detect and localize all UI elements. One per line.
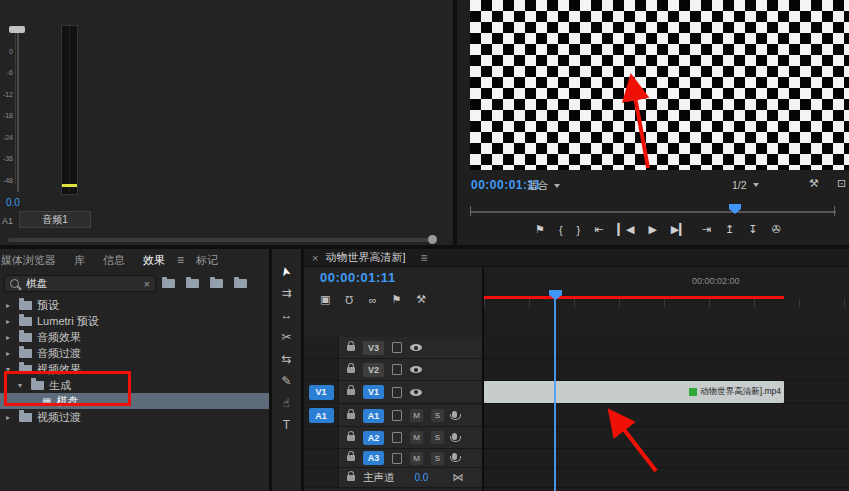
- mark-out-button[interactable]: }: [577, 224, 581, 236]
- lock-icon[interactable]: [347, 345, 355, 351]
- mute-button[interactable]: M: [410, 431, 423, 444]
- sync-lock-icon[interactable]: [392, 410, 402, 421]
- eye-icon[interactable]: [410, 366, 422, 373]
- track-content[interactable]: [484, 468, 849, 488]
- zoom-level-select[interactable]: 适合: [527, 179, 560, 193]
- pen-tool[interactable]: ✎: [281, 375, 291, 388]
- tree-item-video-transitions[interactable]: ▸ 视频过渡: [0, 409, 269, 425]
- tree-item-presets[interactable]: ▸ 预设: [0, 297, 269, 313]
- volume-fader-handle[interactable]: [9, 26, 25, 33]
- mic-icon[interactable]: [452, 433, 457, 440]
- scrollbar-knob[interactable]: [428, 235, 437, 244]
- track-content[interactable]: 动物世界高清新].mp4: [484, 381, 849, 404]
- track-target-badge[interactable]: V1: [363, 385, 384, 399]
- panel-menu-icon[interactable]: ≡: [421, 251, 428, 265]
- close-icon[interactable]: ×: [312, 252, 318, 264]
- timeline-settings-icon[interactable]: ⚒: [416, 293, 426, 306]
- mic-icon[interactable]: [452, 453, 457, 460]
- add-marker-button[interactable]: ⚑: [535, 223, 545, 236]
- chevron-right-icon[interactable]: ▸: [6, 301, 14, 310]
- tab-markers[interactable]: 标记: [187, 253, 227, 268]
- sequence-tab-label[interactable]: 动物世界高清新]: [325, 250, 405, 265]
- lock-icon[interactable]: [347, 367, 355, 373]
- timeline-clip[interactable]: 动物世界高清新].mp4: [484, 381, 784, 403]
- snap-magnet-icon[interactable]: Ω: [345, 294, 353, 306]
- tree-item-audio-effects[interactable]: ▸ 音频效果: [0, 329, 269, 345]
- track-content[interactable]: [484, 427, 849, 449]
- effects-search-box[interactable]: ×: [4, 275, 156, 292]
- ripple-edit-tool[interactable]: ↔: [281, 309, 293, 322]
- time-ruler[interactable]: [484, 299, 849, 307]
- eye-icon[interactable]: [410, 344, 422, 351]
- track-content[interactable]: [484, 337, 849, 359]
- track-target-badge[interactable]: V3: [363, 341, 384, 355]
- master-volume-value[interactable]: 0.0: [415, 472, 429, 483]
- mute-button[interactable]: M: [410, 452, 423, 465]
- sync-lock-icon[interactable]: [392, 387, 402, 398]
- search-input[interactable]: [24, 277, 139, 291]
- nest-toggle-icon[interactable]: ▣: [320, 293, 330, 306]
- tab-info[interactable]: 信息: [94, 253, 134, 268]
- lock-icon[interactable]: [347, 389, 355, 395]
- solo-button[interactable]: S: [431, 409, 444, 422]
- solo-button[interactable]: S: [431, 431, 444, 444]
- horizontal-scrollbar[interactable]: [8, 238, 432, 242]
- source-assign-slot[interactable]: V1: [304, 381, 339, 403]
- go-to-out-button[interactable]: ⇥: [702, 223, 711, 236]
- monitor-extra-icon[interactable]: ⊡: [837, 177, 846, 190]
- source-assign-slot[interactable]: [304, 427, 339, 448]
- play-button[interactable]: ▶: [648, 223, 656, 236]
- step-back-button[interactable]: ▎◀: [617, 223, 634, 236]
- track-target-badge[interactable]: A1: [363, 409, 384, 423]
- panel-menu-icon[interactable]: ≡: [174, 253, 187, 267]
- lock-icon[interactable]: [347, 455, 355, 461]
- tab-libraries[interactable]: 库: [65, 253, 94, 268]
- chevron-right-icon[interactable]: ▸: [6, 333, 14, 342]
- playhead-line[interactable]: [554, 298, 556, 491]
- lift-button[interactable]: ↥: [725, 223, 734, 236]
- track-content[interactable]: [484, 359, 849, 381]
- volume-value[interactable]: 0.0: [6, 197, 20, 208]
- track-content[interactable]: [484, 449, 849, 468]
- track-target-badge[interactable]: A3: [363, 451, 384, 465]
- export-frame-button[interactable]: ✇: [771, 223, 780, 236]
- lock-icon[interactable]: [347, 413, 355, 419]
- lock-icon[interactable]: [347, 435, 355, 441]
- new-custom-bin-icon[interactable]: [234, 279, 247, 288]
- filter-accelerated-icon[interactable]: [162, 279, 175, 288]
- source-badge[interactable]: A1: [309, 408, 334, 423]
- tree-item-lumetri-presets[interactable]: ▸ Lumetri 预设: [0, 313, 269, 329]
- clear-search-icon[interactable]: ×: [144, 278, 150, 290]
- add-marker-icon[interactable]: ⚑: [391, 293, 401, 306]
- source-assign-slot[interactable]: [304, 359, 339, 380]
- razor-tool[interactable]: ✂: [281, 331, 291, 344]
- mark-in-button[interactable]: {: [559, 224, 563, 236]
- hand-tool[interactable]: ☝: [283, 397, 290, 410]
- mic-icon[interactable]: [452, 411, 457, 418]
- track-name-field[interactable]: 音频1: [19, 211, 91, 228]
- sync-lock-icon[interactable]: [392, 432, 402, 443]
- go-to-in-button[interactable]: ⇤: [594, 223, 603, 236]
- track-content[interactable]: [484, 405, 849, 427]
- source-assign-slot[interactable]: A1: [304, 405, 339, 426]
- monitor-seek-bar[interactable]: [470, 211, 836, 213]
- filter-32bit-icon[interactable]: [186, 279, 199, 288]
- sync-lock-icon[interactable]: [392, 342, 402, 353]
- filter-yuv-icon[interactable]: [210, 279, 223, 288]
- chevron-right-icon[interactable]: ▸: [6, 413, 14, 422]
- chevron-right-icon[interactable]: ▸: [6, 317, 14, 326]
- mute-button[interactable]: M: [410, 409, 423, 422]
- track-target-badge[interactable]: V2: [363, 363, 384, 377]
- playback-resolution-select[interactable]: 1/2: [732, 179, 759, 191]
- selection-tool[interactable]: ➤: [279, 265, 294, 278]
- monitor-settings-icon[interactable]: ⚒: [809, 177, 819, 190]
- slip-tool[interactable]: ⇆: [281, 353, 291, 366]
- eye-icon[interactable]: [410, 389, 422, 396]
- linked-selection-icon[interactable]: ∞: [369, 294, 377, 306]
- keyframe-icon[interactable]: ⋈: [452, 471, 463, 484]
- solo-button[interactable]: S: [431, 452, 444, 465]
- chevron-right-icon[interactable]: ▸: [6, 349, 14, 358]
- step-forward-button[interactable]: ▶▎: [671, 223, 688, 236]
- source-assign-slot[interactable]: [304, 449, 339, 467]
- track-target-badge[interactable]: A2: [363, 431, 384, 445]
